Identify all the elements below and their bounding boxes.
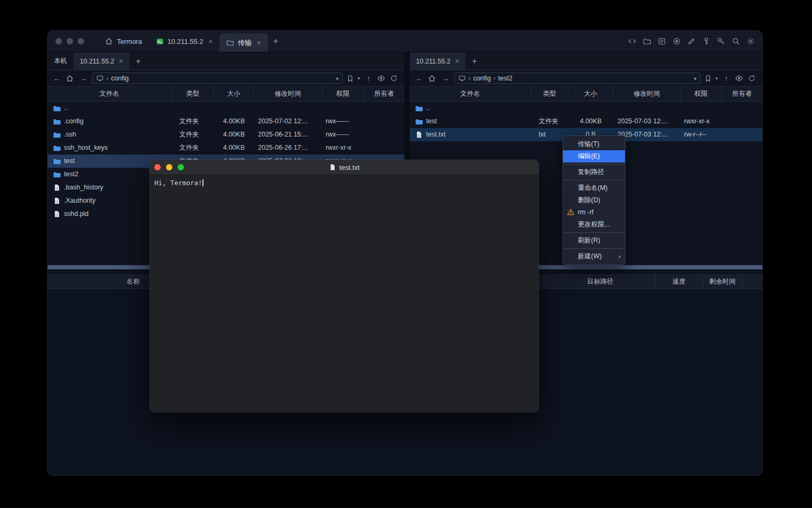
key-manager-icon[interactable]	[702, 37, 710, 46]
computer-icon	[458, 75, 466, 82]
breadcrumb-segment[interactable]: config	[473, 75, 491, 82]
file-row[interactable]: ..	[48, 102, 404, 115]
bookmark-button[interactable]	[346, 75, 356, 83]
chevron-down-icon[interactable]: ▾	[336, 76, 338, 81]
tab-remote-host[interactable]: 10.211.55.2 ×	[410, 52, 466, 70]
chevron-down-icon[interactable]: ▾	[357, 76, 360, 81]
window-close-button[interactable]	[56, 38, 62, 44]
tab-termora[interactable]: Termora	[98, 31, 149, 52]
show-hidden-button[interactable]	[377, 74, 386, 83]
column-header-name[interactable]: 文件名	[410, 87, 531, 101]
window-zoom-button[interactable]	[78, 38, 84, 44]
tab-remote-host[interactable]: 10.211.55.2 ×	[73, 52, 130, 70]
menu-item-copy-path[interactable]: 复制路径	[563, 166, 625, 178]
column-header-owner[interactable]: 所有者	[722, 87, 762, 101]
folder-icon	[53, 131, 61, 139]
close-icon[interactable]: ×	[455, 58, 459, 65]
close-icon[interactable]: ×	[119, 58, 123, 65]
column-header-time-left[interactable]: 剩余时间	[703, 275, 742, 288]
file-icon	[53, 184, 61, 192]
code-icon[interactable]	[628, 37, 636, 46]
parent-dir-button[interactable]: ↑	[364, 75, 373, 82]
column-header-type[interactable]: 类型	[172, 87, 214, 101]
forward-button[interactable]: →	[441, 75, 450, 82]
tab-local[interactable]: 本机	[48, 52, 73, 70]
minimize-button[interactable]	[166, 164, 172, 170]
tab-label: 传输	[238, 38, 252, 48]
chevron-down-icon[interactable]: ▾	[694, 76, 696, 81]
close-button[interactable]	[154, 164, 161, 170]
menu-item-refresh[interactable]: 刷新(R)	[563, 234, 625, 247]
new-tab-button[interactable]: +	[130, 52, 147, 70]
chevron-down-icon[interactable]: ▾	[715, 76, 718, 81]
column-header-modified[interactable]: 修改时间	[254, 87, 322, 101]
tab-host-terminal[interactable]: 10.211.55.2 ×	[149, 31, 219, 52]
tab-label: 本机	[54, 57, 67, 66]
file-row[interactable]: ..	[410, 102, 762, 115]
menu-item-rename[interactable]: 重命名(M)	[563, 182, 625, 194]
file-row[interactable]: .ssh 文件夹 4.00KB 2025-06-21 15:... rwx---…	[48, 128, 404, 141]
refresh-button[interactable]	[748, 75, 758, 82]
column-header-owner[interactable]: 所有者	[364, 87, 404, 101]
menu-item-rm-rf[interactable]: rm -rf	[563, 206, 625, 219]
breadcrumb-segment[interactable]: config	[111, 75, 128, 82]
home-icon	[105, 37, 113, 46]
macro-record-icon[interactable]	[672, 37, 681, 46]
column-header-perm[interactable]: 权限	[681, 87, 722, 101]
column-header-name[interactable]: 文件名	[48, 87, 172, 101]
menu-item-transfer[interactable]: 传输(T)	[563, 138, 625, 150]
close-icon[interactable]: ×	[208, 38, 213, 45]
new-tab-button[interactable]: +	[273, 36, 279, 47]
titlebar-actions	[628, 31, 755, 52]
file-icon	[53, 210, 61, 218]
settings-icon[interactable]	[746, 37, 755, 46]
tab-transfer[interactable]: 传输 ×	[219, 33, 268, 52]
back-button[interactable]: ←	[52, 75, 62, 82]
menu-item-delete[interactable]: 删除(D)	[563, 194, 625, 206]
edit-icon[interactable]	[687, 37, 696, 46]
column-header-size[interactable]: 大小	[214, 87, 254, 101]
file-row[interactable]: test 文件夹 4.00KB 2025-07-03 12:... rwxr-x…	[410, 115, 762, 128]
warning-icon	[567, 208, 575, 216]
column-header-size[interactable]: 大小	[568, 87, 613, 101]
editor-content[interactable]: Hi, Termora!	[150, 175, 539, 190]
forward-button[interactable]: →	[79, 75, 88, 82]
window-minimize-button[interactable]	[67, 38, 73, 44]
editor-titlebar[interactable]: test.txt	[150, 160, 539, 175]
parent-dir-button[interactable]: ↑	[722, 75, 731, 82]
column-header-target-path[interactable]: 目标路径	[546, 275, 656, 288]
folder-icon[interactable]	[643, 37, 651, 46]
home-button[interactable]	[66, 74, 75, 83]
folder-icon	[415, 104, 423, 112]
search-icon[interactable]	[732, 37, 740, 46]
file-row[interactable]: ssh_host_keys 文件夹 4.00KB 2025-06-26 17:.…	[48, 141, 404, 155]
column-header-type[interactable]: 类型	[531, 87, 568, 101]
right-panel-tabs: 10.211.55.2 × +	[410, 52, 762, 70]
home-button[interactable]	[428, 74, 437, 83]
folder-icon	[53, 170, 61, 178]
column-header-perm[interactable]: 权限	[322, 87, 364, 101]
text-cursor	[202, 179, 204, 186]
menu-item-new[interactable]: 新建(W) ›	[563, 250, 625, 262]
zoom-button[interactable]	[178, 164, 184, 170]
path-breadcrumb[interactable]: › config ▾	[92, 72, 343, 84]
new-tab-button[interactable]: +	[466, 52, 483, 70]
file-row[interactable]: .config 文件夹 4.00KB 2025-07-02 12:... rwx…	[48, 115, 404, 128]
back-button[interactable]: ←	[414, 75, 424, 82]
path-breadcrumb[interactable]: › config › test2 ▾	[454, 72, 700, 84]
show-hidden-button[interactable]	[735, 74, 744, 83]
menu-item-change-permissions[interactable]: 更改权限...	[563, 219, 625, 231]
breadcrumb-segment[interactable]: test2	[498, 75, 512, 82]
bookmark-button[interactable]	[704, 75, 714, 83]
column-header-speed[interactable]: 速度	[656, 275, 703, 288]
context-menu: 传输(T) 编辑(E) 复制路径 重命名(M) 删除(D) rm -rf 更改权…	[562, 135, 625, 265]
refresh-button[interactable]	[390, 75, 400, 82]
event-log-icon[interactable]	[658, 37, 666, 46]
menu-item-edit[interactable]: 编辑(E)	[563, 150, 625, 162]
column-header-modified[interactable]: 修改时间	[613, 87, 681, 101]
folder-icon	[53, 104, 61, 112]
left-nav-toolbar: ← → › config ▾ ▾ ↑	[48, 70, 404, 87]
window-titlebar: Termora 10.211.55.2 × 传输 × +	[48, 31, 762, 52]
keychain-icon[interactable]	[717, 37, 725, 46]
close-icon[interactable]: ×	[257, 39, 261, 46]
